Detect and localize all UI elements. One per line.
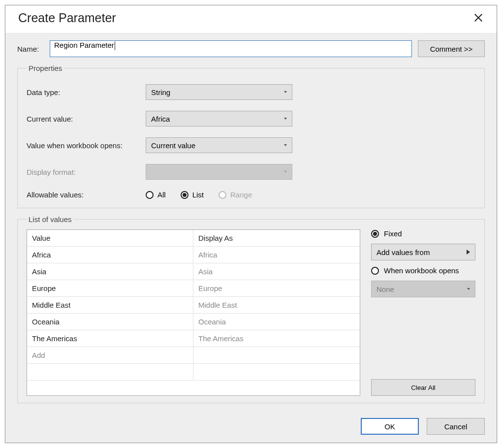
dialog-header: Create Parameter bbox=[5, 5, 497, 33]
display-format-dropdown bbox=[146, 164, 292, 180]
dialog-title: Create Parameter bbox=[18, 11, 116, 25]
close-icon[interactable] bbox=[470, 9, 487, 26]
data-type-label: Data type: bbox=[27, 88, 146, 96]
value-cell: The Americas bbox=[27, 330, 193, 347]
table-row[interactable]: The AmericasThe Americas bbox=[27, 330, 360, 347]
chevron-down-icon bbox=[284, 91, 287, 93]
values-table-header: Value Display As bbox=[27, 230, 360, 247]
display-format-row: Display format: bbox=[27, 164, 475, 180]
table-row[interactable]: EuropeEurope bbox=[27, 280, 360, 297]
table-row[interactable]: Middle EastMiddle East bbox=[27, 297, 360, 314]
table-row[interactable]: OceaniaOceania bbox=[27, 314, 360, 330]
display-cell: Oceania bbox=[193, 314, 360, 330]
open-value-row: Value when workbook opens: Current value bbox=[27, 137, 475, 153]
open-value-value: Current value bbox=[151, 141, 195, 150]
display-cell: The Americas bbox=[193, 330, 360, 347]
comment-button[interactable]: Comment >> bbox=[418, 40, 485, 57]
current-value-row: Current value: Africa bbox=[27, 111, 475, 127]
add-values-from-button[interactable]: Add values from bbox=[371, 244, 475, 260]
display-format-label: Display format: bbox=[27, 168, 146, 176]
chevron-down-icon bbox=[284, 118, 287, 120]
name-label: Name: bbox=[17, 45, 44, 53]
data-type-value: String bbox=[151, 88, 170, 96]
create-parameter-dialog: Create Parameter Name: Region Parameter … bbox=[5, 5, 497, 443]
data-type-dropdown[interactable]: String bbox=[146, 84, 292, 100]
clear-all-button[interactable]: Clear All bbox=[371, 379, 475, 396]
col-display-header: Display As bbox=[193, 230, 360, 246]
cancel-button[interactable]: Cancel bbox=[427, 418, 485, 435]
radio-range: Range bbox=[219, 191, 252, 199]
side-panel: Fixed Add values from When workbook open… bbox=[371, 229, 475, 396]
name-input[interactable]: Region Parameter bbox=[50, 40, 412, 57]
properties-group: Properties Data type: String Current val… bbox=[17, 64, 485, 208]
current-value-dropdown[interactable]: Africa bbox=[146, 111, 292, 127]
chevron-down-icon bbox=[467, 288, 470, 290]
allowable-values-radios: All List Range bbox=[146, 191, 252, 199]
value-cell: Oceania bbox=[27, 314, 193, 330]
open-value-dropdown[interactable]: Current value bbox=[146, 137, 292, 153]
add-row[interactable]: Add bbox=[27, 347, 360, 364]
table-row[interactable]: AsiaAsia bbox=[27, 263, 360, 280]
radio-fixed[interactable]: Fixed bbox=[371, 229, 475, 238]
current-value-value: Africa bbox=[151, 115, 170, 123]
ok-button[interactable]: OK bbox=[361, 418, 419, 435]
properties-legend: Properties bbox=[27, 64, 64, 72]
list-of-values-legend: List of values bbox=[27, 215, 74, 224]
open-value-label: Value when workbook opens: bbox=[27, 141, 146, 150]
refresh-source-dropdown: None bbox=[371, 281, 475, 297]
list-of-values-group: List of values Value Display As AfricaAf… bbox=[17, 215, 485, 403]
list-flex: Value Display As AfricaAfricaAsiaAsiaEur… bbox=[27, 229, 475, 396]
empty-row[interactable] bbox=[27, 364, 360, 381]
data-type-row: Data type: String bbox=[27, 84, 475, 100]
display-cell: Europe bbox=[193, 280, 360, 296]
allowable-values-label: Allowable values: bbox=[27, 191, 146, 199]
chevron-down-icon bbox=[284, 144, 287, 146]
arrow-right-icon bbox=[467, 250, 470, 255]
value-cell: Africa bbox=[27, 247, 193, 263]
display-cell: Asia bbox=[193, 263, 360, 280]
value-cell: Asia bbox=[27, 263, 193, 280]
current-value-label: Current value: bbox=[27, 115, 146, 123]
table-row[interactable]: AfricaAfrica bbox=[27, 247, 360, 263]
value-cell: Middle East bbox=[27, 297, 193, 313]
display-cell: Africa bbox=[193, 247, 360, 263]
value-cell: Europe bbox=[27, 280, 193, 296]
add-row-label: Add bbox=[27, 347, 193, 363]
radio-all[interactable]: All bbox=[146, 191, 166, 199]
radio-when-workbook-opens[interactable]: When workbook opens bbox=[371, 266, 475, 275]
values-table[interactable]: Value Display As AfricaAfricaAsiaAsiaEur… bbox=[27, 229, 360, 396]
display-cell: Middle East bbox=[193, 297, 360, 313]
allowable-values-row: Allowable values: All List Range bbox=[27, 191, 475, 199]
radio-list[interactable]: List bbox=[181, 191, 204, 199]
col-value-header: Value bbox=[27, 230, 193, 246]
dialog-footer: OK Cancel bbox=[17, 418, 485, 435]
name-row: Name: Region Parameter Comment >> bbox=[17, 40, 485, 57]
chevron-down-icon bbox=[284, 171, 287, 173]
dialog-body: Name: Region Parameter Comment >> Proper… bbox=[5, 33, 497, 443]
